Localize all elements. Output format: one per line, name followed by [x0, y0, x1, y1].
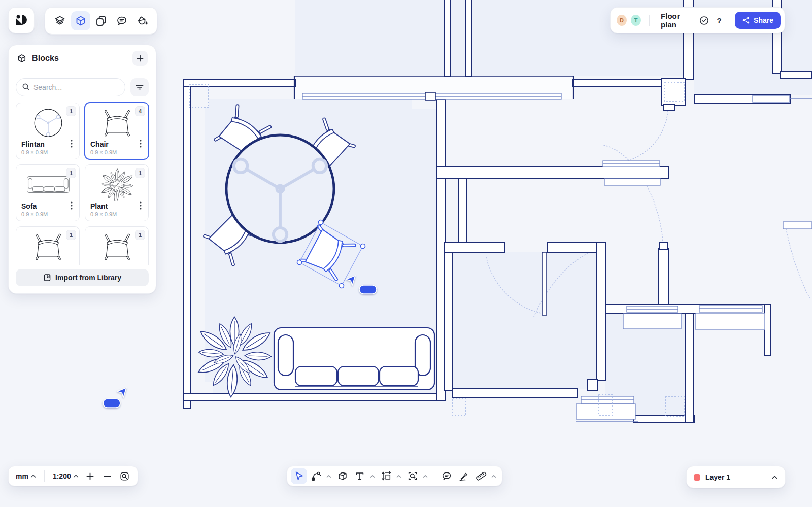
block-card-chair-2[interactable]: 1 Chair [16, 226, 80, 265]
caret-up-icon [491, 475, 496, 478]
scale-label: 1:200 [53, 472, 71, 480]
unit-selector[interactable]: mm [15, 470, 37, 482]
count-badge: 1 [66, 106, 76, 116]
tool-block[interactable] [334, 468, 351, 484]
kebab-icon [140, 140, 142, 148]
chevron-up-icon [30, 474, 36, 478]
tool-select[interactable] [291, 468, 307, 484]
select-cursor-icon [293, 470, 304, 482]
app-logo[interactable] [8, 7, 35, 33]
tool-markup[interactable] [456, 468, 472, 484]
block-card-chair-3[interactable]: 1 Chair [85, 226, 149, 265]
blocks-grid: 1 Flintan 0.9 × 0.9M 4 Chair 0.9 × 0.9M [9, 102, 156, 265]
avatar[interactable]: D [616, 14, 628, 27]
filter-button[interactable] [130, 78, 149, 96]
cube-icon [75, 15, 87, 27]
tool-section-flyout[interactable] [422, 470, 429, 482]
kebab-icon [140, 201, 142, 210]
plus-icon [137, 55, 144, 62]
tool-draw[interactable] [308, 468, 324, 484]
count-badge: 1 [135, 168, 145, 178]
layer-name: Layer 1 [705, 473, 766, 481]
block-dims: 0.9 × 0.9M [90, 211, 144, 217]
block-dims: 0.9 × 0.9M [21, 211, 75, 217]
search-input[interactable] [16, 78, 125, 96]
box-3d-icon [337, 470, 348, 482]
saved-status-button[interactable] [698, 14, 709, 26]
block-menu-button[interactable] [67, 138, 76, 150]
tool-comments[interactable] [112, 11, 131, 30]
paint-bucket-icon [136, 15, 148, 27]
kebab-icon [71, 201, 73, 210]
block-menu-button[interactable] [136, 199, 145, 212]
bar-divider [44, 470, 45, 482]
count-badge: 1 [66, 230, 76, 240]
tool-draw-flyout[interactable] [325, 470, 332, 482]
import-label: Import from Library [55, 274, 121, 282]
marker-pen-icon [458, 470, 469, 482]
rayon-logo-icon [15, 14, 28, 27]
tool-blocks[interactable] [71, 11, 90, 30]
avatar[interactable]: T [630, 14, 642, 27]
layer-selector[interactable]: Layer 1 [686, 466, 786, 488]
count-badge: 1 [135, 230, 145, 240]
share-icon [742, 16, 750, 24]
tool-measure[interactable] [473, 468, 489, 484]
block-menu-button[interactable] [136, 138, 145, 150]
import-from-library-button[interactable]: Import from Library [16, 269, 149, 286]
zoom-area-icon [120, 471, 129, 481]
tool-dimension[interactable] [378, 468, 394, 484]
ruler-icon [476, 470, 487, 482]
zoom-to-selection-button[interactable] [118, 469, 131, 483]
minus-icon [104, 472, 111, 480]
dimension-icon [381, 470, 392, 482]
caret-up-icon [423, 475, 428, 478]
tool-section[interactable] [404, 468, 421, 484]
tool-comment[interactable] [438, 468, 455, 484]
comment-icon [441, 470, 452, 482]
count-badge: 1 [66, 168, 76, 178]
tool-pages[interactable] [91, 11, 111, 30]
zoom-in-button[interactable] [84, 469, 97, 483]
scale-selector[interactable]: 1:200 [52, 470, 80, 482]
caret-up-icon [396, 475, 401, 478]
tool-measure-flyout[interactable] [490, 470, 497, 482]
block-card-plant[interactable]: 1 Plant 0.9 × 0.9M [85, 164, 149, 221]
block-menu-button[interactable] [67, 199, 76, 212]
tool-text-flyout[interactable] [369, 470, 376, 482]
block-dims: 0.9 × 0.9M [21, 149, 75, 155]
add-block-button[interactable] [132, 51, 148, 66]
document-header: D T Floor plan ? Share [610, 7, 785, 33]
unit-label: mm [16, 472, 28, 480]
library-book-icon [43, 274, 51, 282]
block-card-flintan[interactable]: 1 Flintan 0.9 × 0.9M [16, 103, 80, 159]
view-controls: mm 1:200 [8, 466, 138, 486]
drawing-toolbar [287, 466, 502, 486]
app: Blocks 1 Flintan 0 [0, 0, 812, 507]
document-title[interactable]: Floor plan [661, 12, 694, 29]
zoom-out-button[interactable] [101, 469, 114, 483]
block-card-chair[interactable]: 4 Chair 0.9 × 0.9M [85, 103, 149, 159]
caret-up-icon [326, 475, 331, 478]
sofa-block[interactable] [274, 328, 434, 390]
frame-capture-icon [407, 470, 418, 482]
comment-icon [116, 15, 128, 27]
tool-text[interactable] [352, 468, 368, 484]
share-button[interactable]: Share [735, 12, 781, 29]
pages-icon [95, 15, 107, 27]
block-card-sofa[interactable]: 1 Sofa 0.9 × 0.9M [16, 164, 80, 221]
caret-up-icon [370, 475, 375, 478]
tool-layers[interactable] [50, 11, 70, 30]
primary-toolbar [45, 7, 157, 35]
block-dims: 0.9 × 0.9M [90, 149, 144, 155]
count-badge: 4 [135, 106, 145, 116]
block-name: Chair [21, 264, 75, 265]
cube-icon [17, 53, 27, 63]
plus-icon [86, 472, 94, 480]
help-button[interactable]: ? [714, 14, 725, 26]
check-circle-icon [699, 16, 709, 25]
blocks-panel-title: Blocks [32, 54, 59, 63]
tool-dimension-flyout[interactable] [395, 470, 402, 482]
block-name: Chair [90, 264, 144, 265]
tool-styles[interactable] [132, 11, 152, 30]
